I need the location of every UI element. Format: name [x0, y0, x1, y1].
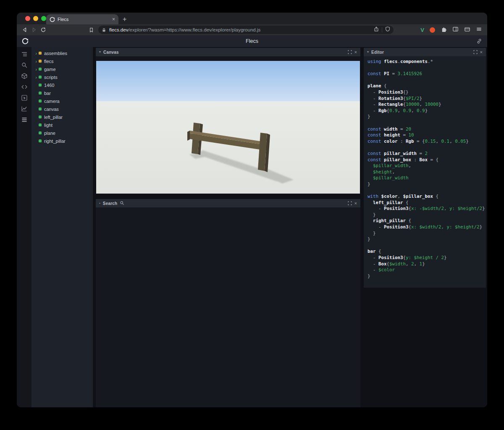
expand-chevron-icon[interactable]: ›	[34, 59, 38, 64]
reload-button[interactable]	[39, 25, 48, 34]
vue-extension-icon[interactable]: V	[420, 27, 424, 33]
forward-button[interactable]	[29, 25, 39, 34]
entity-color-square	[39, 60, 42, 63]
code-line: }	[368, 273, 483, 280]
expand-chevron-icon[interactable]: ›	[34, 75, 38, 80]
entity-tree-icon[interactable]	[21, 50, 28, 58]
collapse-chevron-icon[interactable]: ▾	[367, 50, 369, 54]
sidebar-toggle-icon[interactable]	[452, 26, 459, 34]
tree-item-1460[interactable]: 1460	[32, 81, 93, 89]
code-line: }	[368, 236, 483, 243]
3d-viewport[interactable]	[96, 61, 360, 194]
zoom-window-button[interactable]	[41, 16, 46, 21]
stats-chart-icon[interactable]	[21, 105, 28, 113]
menu-icon[interactable]	[476, 26, 482, 34]
tree-item-assemblies[interactable]: ›assemblies	[32, 49, 93, 57]
app-header: Flecs	[17, 35, 487, 47]
brave-shield-icon[interactable]	[385, 26, 391, 34]
tree-item-bar[interactable]: bar	[32, 89, 93, 97]
tree-item-right_pillar[interactable]: right_pillar	[32, 137, 93, 145]
address-bar[interactable]: flecs.dev/explorer/?wasm=https://www.fle…	[98, 26, 394, 34]
entity-label: bar	[44, 91, 51, 96]
entity-label: game	[44, 67, 56, 72]
flecs-logo-icon[interactable]	[22, 38, 29, 45]
entity-color-square	[39, 100, 42, 102]
close-panel-icon[interactable]: ×	[354, 50, 357, 55]
tree-item-canvas[interactable]: canvas	[32, 105, 93, 113]
code-line: $height,	[368, 169, 483, 176]
inspector-cursor-icon[interactable]	[21, 94, 28, 102]
collapse-chevron-icon[interactable]: ▾	[99, 50, 101, 54]
code-line: }	[368, 212, 483, 218]
rewards-extension-icon[interactable]	[430, 27, 435, 33]
close-panel-icon[interactable]: ×	[354, 201, 357, 206]
lock-icon	[101, 27, 107, 33]
window-controls	[25, 16, 46, 21]
code-line: - Rotation3{$PI/2}	[368, 96, 483, 102]
navigation-bar: flecs.dev/explorer/?wasm=https://www.fle…	[17, 24, 487, 35]
code-line: - Box{$width, 2, 1}	[368, 261, 483, 267]
tab-bar: Flecs × +	[17, 13, 487, 24]
tab-title: Flecs	[58, 17, 110, 22]
left-icon-rail	[17, 47, 32, 407]
close-panel-icon[interactable]: ×	[480, 50, 483, 55]
entity-label: light	[44, 123, 52, 128]
url-text: flecs.dev/explorer/?wasm=https://www.fle…	[109, 27, 371, 32]
bookmark-icon[interactable]	[87, 25, 96, 34]
editor-panel-header: ▾ Editor ×	[364, 48, 486, 56]
code-line: - $color	[368, 267, 483, 273]
tree-item-scripts[interactable]: ›scripts	[32, 73, 93, 81]
components-cube-icon[interactable]	[21, 72, 28, 80]
new-tab-button[interactable]: +	[123, 16, 126, 23]
entity-color-square	[39, 131, 42, 134]
search-panel-header: • Search ×	[96, 199, 360, 207]
bullet-icon[interactable]: •	[99, 202, 100, 205]
code-script-icon[interactable]	[21, 83, 28, 91]
extensions-puzzle-icon[interactable]	[441, 26, 447, 34]
code-line: const color : Rgb = {0.15, 0.1, 0.05}	[368, 139, 483, 145]
entity-color-square	[39, 76, 42, 79]
code-line	[368, 77, 483, 84]
tree-item-flecs[interactable]: ›flecs	[32, 57, 93, 65]
code-line: with $color, $pillar_box {	[368, 194, 483, 200]
wallet-icon[interactable]	[464, 26, 470, 34]
expand-chevron-icon[interactable]: ›	[34, 51, 38, 56]
tab-close-icon[interactable]: ×	[112, 17, 115, 22]
code-line: - Rectangle{10000, 10000}	[368, 102, 483, 108]
entity-color-square	[39, 68, 42, 71]
fullscreen-panel-icon[interactable]	[348, 201, 352, 205]
browser-tab[interactable]: Flecs ×	[46, 14, 118, 24]
code-line	[368, 65, 483, 71]
code-line: }	[368, 231, 483, 237]
tree-item-plane[interactable]: plane	[32, 129, 93, 137]
editor-code[interactable]: using flecs.components.* const PI = 3.14…	[364, 56, 486, 288]
canvas-panel-body	[96, 56, 360, 194]
code-line	[368, 243, 483, 249]
canvas-panel-header: ▾ Canvas ×	[96, 48, 360, 56]
code-line: - Position3{}	[368, 89, 483, 96]
code-line: bar {	[368, 249, 483, 255]
query-search-icon[interactable]	[21, 61, 28, 69]
url-domain: flecs.dev	[109, 27, 128, 32]
fullscreen-panel-icon[interactable]	[473, 50, 478, 54]
fullscreen-panel-icon[interactable]	[348, 50, 352, 54]
minimize-window-button[interactable]	[33, 16, 38, 21]
share-link-icon[interactable]	[476, 38, 482, 44]
entity-label: flecs	[44, 59, 54, 64]
code-line: const pillar_width = 2	[368, 151, 483, 157]
entity-label: camera	[44, 99, 60, 104]
back-button[interactable]	[20, 25, 29, 34]
code-line	[368, 120, 483, 126]
code-line: using flecs.components.*	[368, 59, 483, 65]
close-window-button[interactable]	[25, 16, 30, 21]
tree-item-left_pillar[interactable]: left_pillar	[32, 113, 93, 121]
entity-tree-list: ›assemblies›flecs›game›scripts1460barcam…	[32, 49, 93, 145]
entity-label: right_pillar	[44, 139, 66, 144]
expand-chevron-icon[interactable]: ›	[34, 67, 38, 72]
share-icon[interactable]	[373, 26, 379, 34]
code-line: - Position3{y: $height / 2}	[368, 255, 483, 261]
tree-item-game[interactable]: ›game	[32, 65, 93, 73]
tree-item-light[interactable]: light	[32, 121, 93, 129]
queries-rows-icon[interactable]	[21, 116, 28, 123]
tree-item-camera[interactable]: camera	[32, 97, 93, 105]
